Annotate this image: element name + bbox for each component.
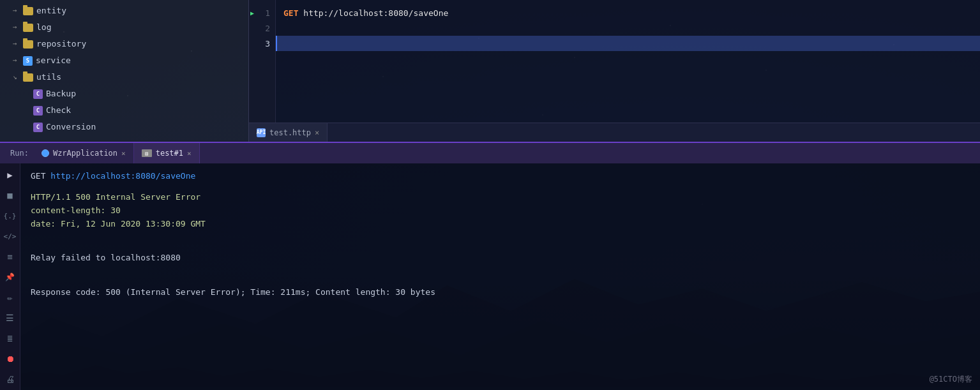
class-icon-conversion [33,123,43,132]
sidebar-stop-button[interactable]: ■ [4,189,17,202]
sidebar-filter-icon[interactable]: ≡ [4,250,17,263]
tree-arrow-service: → [13,54,20,68]
tree-item-check[interactable]: → Check [0,102,248,119]
run-status-dot [41,149,49,157]
panel-content: ▶ ■ {.} </> ≡ 📌 ✏ ☰ ≣ ⏺ 🖨 🗑 GET http://l… [0,163,980,390]
line-number-2: 2 [249,20,275,36]
tab-label-test-http: test.http [269,128,311,137]
sidebar-print-icon[interactable]: 🖨 [4,373,17,386]
sidebar-play-button[interactable]: ▶ [4,169,17,181]
tab-close-test-http[interactable]: × [315,128,319,137]
line-num-3: 3 [265,39,270,49]
http-url: http://localhost:8080/saveOne [303,8,448,18]
class-icon-check [33,106,43,116]
top-section: → entity → log → repository → service [0,0,980,142]
file-tree: → entity → log → repository → service [0,0,249,142]
tree-item-service[interactable]: → service [0,52,248,69]
run-triangle-icon[interactable]: ▶ [250,10,254,17]
panel-sidebar: ▶ ■ {.} </> ≡ 📌 ✏ ☰ ≣ ⏺ 🖨 🗑 [0,163,20,390]
tree-label-utils: utils [36,70,61,84]
sidebar-list-icon[interactable]: ☰ [4,311,17,324]
console-request-line: GET http://localhost:8080/saveOne [31,171,970,181]
editor-content: ▶ 1 2 3 GET http://localhost:8080/saveOn… [249,0,980,123]
line-numbers: ▶ 1 2 3 [249,0,276,123]
test1-tab-close[interactable]: × [187,149,192,158]
tree-item-utils[interactable]: ↘ utils [0,69,248,86]
folder-icon-entity [23,7,33,15]
panel-tabs: Run: WzrApplication × ▤ test#1 × [0,143,980,163]
editor-tab-test-http[interactable]: API test.http × [249,123,328,142]
class-icon-backup [33,89,43,99]
console-relay-message: Relay failed to localhost:8080 [31,238,970,265]
tree-arrow-entity: → [13,4,20,18]
run-label: Run: [5,149,34,158]
tree-item-log[interactable]: → log [0,19,248,36]
tree-label-entity: entity [36,4,66,18]
code-line-3 [276,36,980,51]
tree-label-service: service [36,54,71,68]
console-summary: Response code: 500 (Internal Server Erro… [31,273,970,299]
test-tab-icon: ▤ [142,149,152,157]
tree-item-repository[interactable]: → repository [0,36,248,52]
folder-icon-utils [23,73,33,82]
line-number-3: 3 [249,36,275,51]
editor-tabs: API test.http × [249,123,980,142]
response-date: date: Fri, 12 Jun 2020 13:30:09 GMT [31,219,206,229]
line-num-1: 1 [265,8,270,18]
tree-label-log: log [36,20,51,34]
sidebar-edit-icon[interactable]: ✏ [4,291,17,304]
http-method: GET [283,8,298,18]
tree-label-check: Check [46,103,71,117]
console-output[interactable]: GET http://localhost:8080/saveOne HTTP/1… [20,163,980,390]
console-response-status: HTTP/1.1 500 Internal Server Error conte… [31,191,970,230]
console-request-url[interactable]: http://localhost:8080/saveOne [50,171,195,181]
watermark: @51CTO博客 [930,374,972,385]
wzr-app-tab-label: WzrApplication [53,149,117,158]
tree-arrow-log: → [13,20,20,34]
panel-tab-wzr-app[interactable]: WzrApplication × [34,143,134,163]
response-status-text: HTTP/1.1 500 Internal Server Error [31,192,200,202]
bottom-panel: Run: WzrApplication × ▤ test#1 × ▶ ■ {.}… [0,142,980,390]
code-line-2 [283,20,972,36]
tree-item-entity[interactable]: → entity [0,3,248,19]
tree-arrow-repository: → [13,37,20,51]
tree-label-repository: repository [36,37,86,51]
tree-label-conversion: Conversion [46,120,96,134]
sidebar-record-icon[interactable]: ⏺ [4,352,17,365]
editor-area: ▶ 1 2 3 GET http://localhost:8080/saveOn… [249,0,980,142]
sidebar-code-icon[interactable]: </> [4,230,17,243]
sidebar-braces-icon[interactable]: {.} [4,209,17,222]
response-content-length: content-length: 30 [31,206,121,215]
code-line-1: GET http://localhost:8080/saveOne [283,5,972,20]
api-tab-icon: API [257,128,266,137]
tree-item-conversion[interactable]: → Conversion [0,119,248,135]
folder-icon-log [23,24,33,32]
panel-tab-test1[interactable]: ▤ test#1 × [134,143,200,163]
test1-tab-label: test#1 [156,149,183,158]
line-num-2: 2 [265,24,270,33]
line-number-1: ▶ 1 [249,5,275,20]
tree-arrow-utils: ↘ [13,70,20,84]
sidebar-pin-icon[interactable]: 📌 [4,271,17,283]
wzr-app-tab-close[interactable]: × [121,149,126,158]
tree-item-backup[interactable]: → Backup [0,86,248,102]
ide-container: → entity → log → repository → service [0,0,980,390]
folder-icon-repository [23,40,33,49]
service-icon [23,56,33,66]
code-lines[interactable]: GET http://localhost:8080/saveOne [276,0,980,123]
sidebar-lines-icon[interactable]: ≣ [4,332,17,345]
tree-label-backup: Backup [46,87,76,101]
